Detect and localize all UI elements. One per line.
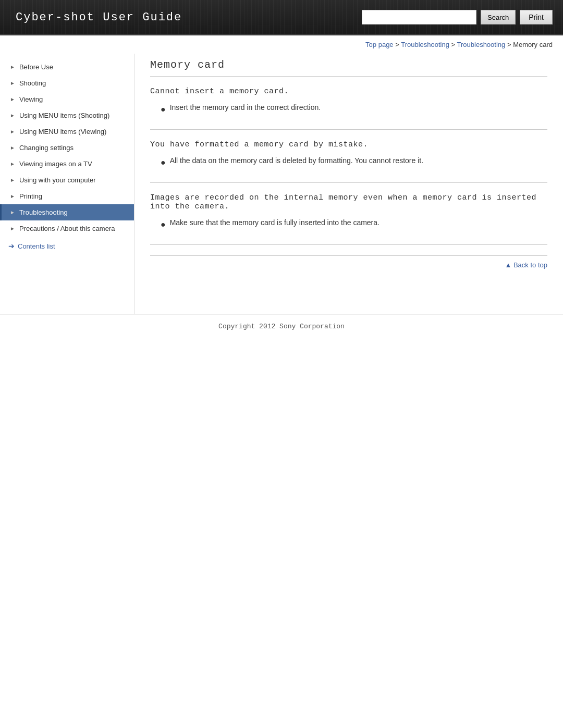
search-input[interactable] xyxy=(362,10,476,24)
sidebar-item-label: Changing settings xyxy=(19,144,74,152)
sidebar-item-label: Viewing images on a TV xyxy=(19,160,92,168)
chevron-right-icon: ► xyxy=(10,96,15,102)
bullet-item: ● Make sure that the memory card is full… xyxy=(161,217,547,231)
bullet-item: ● Insert the memory card in the correct … xyxy=(161,102,547,116)
sidebar-item-viewing[interactable]: ► Viewing xyxy=(0,91,134,107)
sidebar-item-changing-settings[interactable]: ► Changing settings xyxy=(0,140,134,156)
chevron-right-icon: ► xyxy=(10,129,15,134)
sidebar-item-menu-viewing[interactable]: ► Using MENU items (Viewing) xyxy=(0,124,134,140)
bullet-icon: ● xyxy=(161,156,166,169)
breadcrumb-troubleshooting-2[interactable]: Troubleshooting xyxy=(457,41,506,48)
back-to-top-link[interactable]: ▲ Back to top xyxy=(505,261,547,269)
section-internal-memory: Images are recorded on the internal memo… xyxy=(150,193,547,245)
bullet-item: ● All the data on the memory card is del… xyxy=(161,155,547,169)
print-button[interactable]: Print xyxy=(520,10,553,24)
content-footer: ▲ Back to top xyxy=(150,255,547,269)
sidebar-item-label: Before Use xyxy=(19,63,53,71)
sidebar-item-viewing-tv[interactable]: ► Viewing images on a TV xyxy=(0,156,134,172)
bullet-text: Insert the memory card in the correct di… xyxy=(170,102,321,113)
bullet-icon: ● xyxy=(161,218,166,231)
section-title: Cannot insert a memory card. xyxy=(150,87,547,96)
section-cannot-insert: Cannot insert a memory card. ● Insert th… xyxy=(150,87,547,130)
sidebar-item-shooting[interactable]: ► Shooting xyxy=(0,75,134,91)
contents-list-label: Contents list xyxy=(18,242,55,250)
sidebar: ► Before Use ► Shooting ► Viewing ► Usin… xyxy=(0,54,134,314)
chevron-right-icon: ► xyxy=(10,161,15,167)
sidebar-item-label: Troubleshooting xyxy=(19,208,68,216)
chevron-right-icon: ► xyxy=(10,113,15,118)
section-formatted: You have formatted a memory card by mist… xyxy=(150,140,547,183)
sidebar-item-label: Using MENU items (Viewing) xyxy=(19,128,106,135)
contents-list-link[interactable]: ➔ Contents list xyxy=(0,237,134,255)
chevron-right-icon: ► xyxy=(10,226,15,231)
page-title: Memory card xyxy=(150,59,547,77)
sidebar-item-troubleshooting[interactable]: ► Troubleshooting xyxy=(0,204,134,220)
breadcrumb-current: Memory card xyxy=(513,41,553,48)
section-title: You have formatted a memory card by mist… xyxy=(150,140,547,149)
sidebar-item-precautions[interactable]: ► Precautions / About this camera xyxy=(0,220,134,237)
sidebar-item-label: Using MENU items (Shooting) xyxy=(19,112,109,119)
sidebar-item-computer[interactable]: ► Using with your computer xyxy=(0,172,134,188)
page-footer: Copyright 2012 Sony Corporation xyxy=(0,314,563,338)
chevron-right-icon: ► xyxy=(10,193,15,199)
section-title: Images are recorded on the internal memo… xyxy=(150,193,547,211)
copyright-text: Copyright 2012 Sony Corporation xyxy=(218,323,345,330)
chevron-right-icon: ► xyxy=(10,80,15,86)
sidebar-item-label: Precautions / About this camera xyxy=(19,225,115,232)
bullet-text: All the data on the memory card is delet… xyxy=(170,155,423,166)
header-controls: Search Print xyxy=(362,10,563,24)
chevron-right-icon: ► xyxy=(10,209,15,215)
app-title: Cyber-shot User Guide xyxy=(0,11,198,24)
chevron-right-icon: ► xyxy=(10,177,15,183)
bullet-icon: ● xyxy=(161,103,166,116)
sidebar-item-label: Viewing xyxy=(19,95,43,103)
main-content: Memory card Cannot insert a memory card.… xyxy=(134,54,563,314)
breadcrumb: Top page > Troubleshooting > Troubleshoo… xyxy=(0,35,563,54)
breadcrumb-troubleshooting-1[interactable]: Troubleshooting xyxy=(401,41,449,48)
chevron-right-icon: ► xyxy=(10,145,15,151)
sidebar-item-label: Using with your computer xyxy=(19,176,96,184)
bullet-text: Make sure that the memory card is fully … xyxy=(170,217,380,228)
header: Cyber-shot User Guide Search Print xyxy=(0,0,563,35)
arrow-right-icon: ➔ xyxy=(8,242,15,250)
sidebar-item-label: Printing xyxy=(19,192,42,200)
sidebar-item-label: Shooting xyxy=(19,79,46,87)
chevron-right-icon: ► xyxy=(10,64,15,70)
main-layout: ► Before Use ► Shooting ► Viewing ► Usin… xyxy=(0,54,563,314)
sidebar-item-menu-shooting[interactable]: ► Using MENU items (Shooting) xyxy=(0,107,134,124)
search-button[interactable]: Search xyxy=(481,10,516,24)
breadcrumb-top-page[interactable]: Top page xyxy=(365,41,394,48)
sidebar-item-before-use[interactable]: ► Before Use xyxy=(0,59,134,75)
sidebar-item-printing[interactable]: ► Printing xyxy=(0,188,134,204)
